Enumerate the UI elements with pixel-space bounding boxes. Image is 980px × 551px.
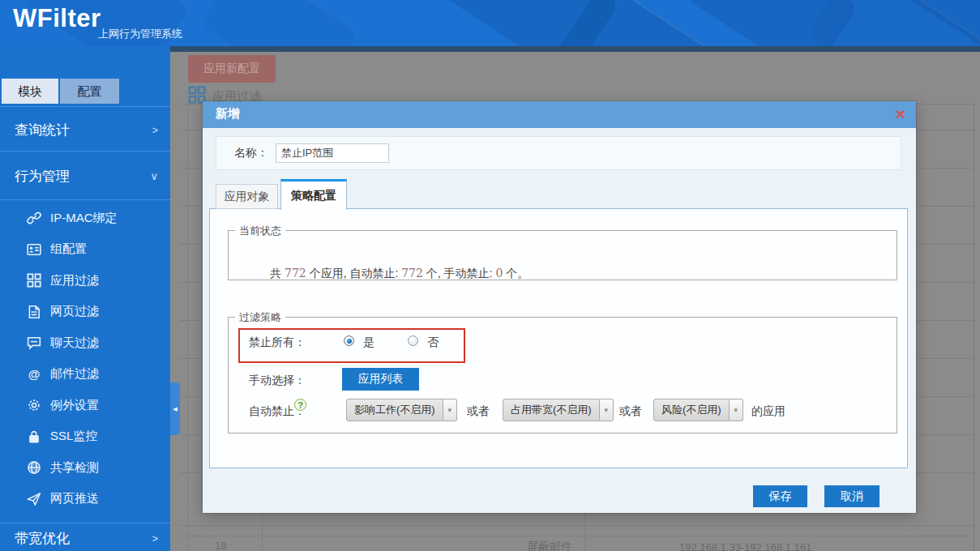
sidebar-section-query-stats[interactable]: 查询统计 > xyxy=(0,109,170,150)
sidebar-item-mail-filter[interactable]: @ 邮件过滤 xyxy=(0,359,170,391)
cancel-button[interactable]: 取消 xyxy=(824,485,879,507)
save-button[interactable]: 保存 xyxy=(753,485,807,507)
sidebar-collapse-handle[interactable] xyxy=(170,382,180,435)
sidebar-item-group-config[interactable]: 组配置 xyxy=(0,234,170,266)
sidebar-section-behavior-mgmt[interactable]: 行为管理 ∨ xyxy=(0,154,170,199)
group-legend: 当前状态 xyxy=(235,224,285,238)
divider xyxy=(0,106,170,107)
total-apps-count: 772 xyxy=(285,267,306,280)
content-top-strip xyxy=(170,46,980,52)
block-all-no-label[interactable]: 否 xyxy=(427,335,439,350)
top-banner: WFilter 上网行为管理系统 xyxy=(0,0,980,46)
sidebar-item-exceptions[interactable]: 例外设置 xyxy=(0,390,170,421)
divider xyxy=(0,151,170,152)
table-row-index: 18 xyxy=(215,540,226,551)
manual-blocked-count: 0 xyxy=(495,267,503,280)
tab-policy-config[interactable]: 策略配置 xyxy=(280,179,347,210)
manual-select-label: 手动选择： xyxy=(249,374,306,388)
table-line xyxy=(974,104,974,551)
chevron-right-icon: > xyxy=(152,532,158,545)
sidebar-item-web-filter[interactable]: 网页过滤 xyxy=(0,297,170,328)
table-row-range: 192.168.1.33-192.168.1.161 xyxy=(679,541,811,551)
table-line xyxy=(180,525,974,526)
chat-icon xyxy=(27,335,41,350)
sidebar-item-ip-mac[interactable]: IP-MAC绑定 xyxy=(0,203,170,234)
filter-policy-group: 过滤策略 禁止所有： 是 否 手动选择： 应用列表 自动禁止： ? 影响工作(不… xyxy=(228,317,897,434)
divider xyxy=(0,199,170,200)
sidebar-item-ssl-monitor[interactable]: SSL监控 xyxy=(0,421,170,453)
lock-icon xyxy=(27,429,41,444)
dialog-header: 新增 × xyxy=(203,101,916,128)
help-icon[interactable]: ? xyxy=(294,399,306,411)
name-label: 名称： xyxy=(234,146,268,160)
new-dialog: 新增 × 名称： 应用对象 策略配置 当前状态 共 772 个应用, 自动禁止:… xyxy=(203,101,916,513)
name-field-row: 名称： xyxy=(216,136,901,170)
auto-blocked-count: 772 xyxy=(401,267,423,280)
bandwidth-usage-select[interactable]: 占用带宽(不启用) xyxy=(503,399,614,421)
chevron-down-icon: ∨ xyxy=(150,170,158,182)
impact-work-select[interactable]: 影响工作(不启用) xyxy=(346,399,457,421)
app-list-button[interactable]: 应用列表 xyxy=(342,368,419,391)
name-input[interactable] xyxy=(276,143,389,163)
sidebar-item-chat-filter[interactable]: 聊天过滤 xyxy=(0,327,170,359)
policy-tab-panel: 当前状态 共 772 个应用, 自动禁止: 772 个, 手动禁止: 0 个。 … xyxy=(209,208,908,468)
keyboard-key-decor xyxy=(199,0,359,46)
sidebar-item-app-filter[interactable]: 应用过滤 xyxy=(0,265,170,297)
sidebar-tab-config[interactable]: 配置 xyxy=(60,79,119,104)
sidebar-section-bandwidth[interactable]: 带宽优化 > xyxy=(0,525,170,551)
paper-plane-icon xyxy=(27,492,41,506)
block-all-yes-radio[interactable] xyxy=(344,335,354,346)
or-text: 或者 xyxy=(467,404,490,419)
tab-app-objects[interactable]: 应用对象 xyxy=(216,184,278,209)
gear-icon xyxy=(27,398,41,412)
id-card-icon xyxy=(27,242,41,257)
block-all-yes-label[interactable]: 是 xyxy=(363,335,374,350)
block-all-no-radio[interactable] xyxy=(408,335,418,346)
apps-suffix-text: 的应用 xyxy=(751,404,785,419)
close-icon[interactable]: × xyxy=(896,103,905,126)
grid-icon xyxy=(27,273,41,288)
chevron-right-icon: > xyxy=(152,124,158,136)
dialog-title: 新增 xyxy=(216,106,240,122)
or-text: 或者 xyxy=(619,404,642,419)
divider xyxy=(0,523,170,523)
group-legend: 过滤策略 xyxy=(235,310,285,325)
sidebar: 模块 配置 查询统计 > 行为管理 ∨ IP-MAC绑定 组配置 应用过滤 网页… xyxy=(0,46,170,551)
app-logo: WFilter xyxy=(13,4,101,33)
apply-new-config-button[interactable]: 应用新配置 xyxy=(188,55,276,83)
globe-icon xyxy=(27,460,41,475)
risk-select[interactable]: 风险(不启用) xyxy=(653,399,743,421)
table-row-name: 屏蔽邮件 xyxy=(527,540,572,551)
sidebar-item-share-detect[interactable]: 共享检测 xyxy=(0,452,170,484)
link-icon xyxy=(27,211,41,225)
app-subtitle: 上网行为管理系统 xyxy=(98,27,182,41)
table-line xyxy=(180,536,974,536)
status-summary: 共 772 个应用, 自动禁止: 772 个, 手动禁止: 0 个。 xyxy=(245,254,529,294)
sidebar-menu: IP-MAC绑定 组配置 应用过滤 网页过滤 聊天过滤 @ 邮件过滤 例外设置 xyxy=(0,203,170,515)
table-line xyxy=(187,104,188,551)
current-status-group: 当前状态 共 772 个应用, 自动禁止: 772 个, 手动禁止: 0 个。 xyxy=(228,230,897,280)
chevron-down-icon[interactable] xyxy=(443,399,457,421)
chevron-down-icon[interactable] xyxy=(600,399,614,421)
at-icon: @ xyxy=(27,367,41,382)
block-all-label: 禁止所有： xyxy=(249,335,306,350)
sidebar-item-web-push[interactable]: 网页推送 xyxy=(0,484,170,515)
sidebar-tab-modules[interactable]: 模块 xyxy=(2,79,58,104)
chevron-down-icon[interactable] xyxy=(730,399,743,421)
webpage-icon xyxy=(27,305,41,319)
